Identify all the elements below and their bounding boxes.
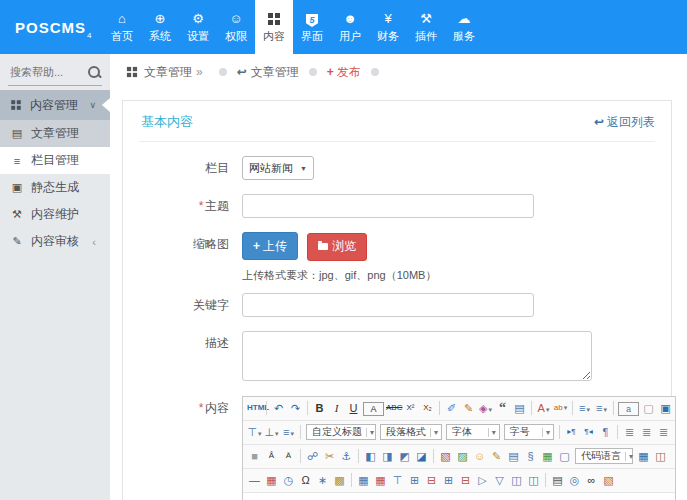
emoticon-icon[interactable]: ☺	[472, 448, 487, 464]
paste-plain-icon[interactable]: ▧	[601, 472, 616, 488]
hr-icon[interactable]: —	[247, 472, 262, 488]
edit-block-icon[interactable]: ▢	[557, 448, 572, 464]
paste-table-icon[interactable]: ▤	[512, 400, 527, 416]
blockquote-icon[interactable]: “	[495, 400, 510, 416]
align-center-icon[interactable]: ≣	[639, 424, 654, 440]
dir-ltr-icon[interactable]: ▸¶	[564, 424, 579, 440]
editor-content-area[interactable]	[243, 493, 675, 500]
merge-right-icon[interactable]: ▷	[475, 472, 490, 488]
image-center-icon[interactable]: ◨	[380, 448, 395, 464]
para-spacing-bottom-icon[interactable]: ⊥	[264, 424, 279, 440]
image-left-icon[interactable]: ◧	[363, 448, 378, 464]
app-logo[interactable]: POSCMS4	[0, 0, 103, 54]
nav-item-home[interactable]: ⌂ 首页	[103, 0, 141, 54]
back-to-list-link[interactable]: ↩返回列表	[594, 114, 655, 131]
format-brush-icon[interactable]: ✎	[461, 400, 476, 416]
subject-input[interactable]	[242, 194, 534, 218]
delete-table-icon[interactable]: ▦	[373, 472, 388, 488]
breadcrumb-section[interactable]: 文章管理	[144, 64, 192, 81]
letter-lower-icon[interactable]: Ä	[281, 448, 296, 464]
image-right-icon[interactable]: ◩	[397, 448, 412, 464]
sidebar-item-content-maintenance[interactable]: ⚒ 内容维护	[0, 201, 110, 228]
description-textarea[interactable]	[242, 331, 592, 381]
breadcrumb-publish[interactable]: +发布	[327, 64, 361, 81]
keywords-input[interactable]	[242, 293, 534, 317]
insert-image-icon[interactable]: ▧	[438, 448, 453, 464]
merge-cells-icon[interactable]: ◫	[509, 472, 524, 488]
merge-down-icon[interactable]: ▽	[492, 472, 507, 488]
paragraph-icon[interactable]: ¶	[598, 424, 613, 440]
nav-item-interface[interactable]: 5 界面	[293, 0, 331, 54]
nav-item-permission[interactable]: ☺ 权限	[217, 0, 255, 54]
search-input[interactable]	[8, 65, 88, 79]
sidebar-item-category-mgmt[interactable]: ≡ 栏目管理	[0, 147, 110, 174]
nav-item-system[interactable]: ⊕ 系统	[141, 0, 179, 54]
split-cells-icon[interactable]: ◫	[526, 472, 541, 488]
letter-upper-icon[interactable]: Å	[264, 448, 279, 464]
formula-icon[interactable]: ∗	[315, 472, 330, 488]
scrawl-icon[interactable]: ✎	[489, 448, 504, 464]
redo-icon[interactable]: ↷	[288, 400, 303, 416]
ordered-list-icon[interactable]: ≡	[577, 400, 592, 416]
chart-image-icon[interactable]: ▦	[540, 448, 555, 464]
clear-code-icon[interactable]: ◫	[653, 448, 668, 464]
undo-icon[interactable]: ↶	[271, 400, 286, 416]
sidebar-item-article-mgmt[interactable]: ▤ 文章管理	[0, 120, 110, 147]
bold-icon[interactable]: B	[312, 400, 327, 416]
nav-item-services[interactable]: ☁ 服务	[445, 0, 483, 54]
new-page-icon[interactable]: ▢	[641, 400, 656, 416]
subscript-icon[interactable]: X₂	[420, 400, 435, 416]
paragraph-format-select[interactable]: 段落格式	[380, 424, 442, 440]
nav-item-plugins[interactable]: ⚒ 插件	[407, 0, 445, 54]
anchor-icon[interactable]: ⚓	[339, 448, 354, 464]
custom-title-select[interactable]: 自定义标题	[306, 424, 376, 440]
delete-row-icon[interactable]: ⊟	[424, 472, 439, 488]
align-right-icon[interactable]: ≣	[656, 424, 671, 440]
print-icon[interactable]: ▤	[550, 472, 565, 488]
eraser-icon[interactable]: ✐	[444, 400, 459, 416]
category-select[interactable]: 网站新闻	[242, 156, 314, 180]
attachment-icon[interactable]: §	[523, 448, 538, 464]
search-replace-icon[interactable]: ∞	[584, 472, 599, 488]
time-icon[interactable]: ◷	[281, 472, 296, 488]
line-height-icon[interactable]: ≡	[281, 424, 296, 440]
font-border-icon[interactable]: A	[363, 402, 384, 416]
italic-icon[interactable]: I	[329, 400, 344, 416]
preview-icon[interactable]: ◎	[567, 472, 582, 488]
insert-col-icon[interactable]: ⊞	[441, 472, 456, 488]
nav-item-finance[interactable]: ¥ 财务	[369, 0, 407, 54]
browse-button[interactable]: 浏览	[307, 233, 367, 261]
video-icon[interactable]: ▤	[506, 448, 521, 464]
sidebar-header-content-mgmt[interactable]: 内容管理 ∨	[0, 90, 110, 120]
nav-item-settings[interactable]: ⚙ 设置	[179, 0, 217, 54]
date-icon[interactable]: ▦	[264, 472, 279, 488]
code-block-icon[interactable]: ▦	[636, 448, 651, 464]
image-block-icon[interactable]: ◪	[414, 448, 429, 464]
sidebar-item-content-review[interactable]: ✎ 内容审核 ‹	[0, 228, 110, 255]
nav-item-users[interactable]: ☻ 用户	[331, 0, 369, 54]
strikethrough-icon[interactable]: ABC	[386, 400, 401, 416]
para-spacing-top-icon[interactable]: ⊤	[247, 424, 262, 440]
code-language-select[interactable]: 代码语言	[575, 448, 633, 464]
block-icon[interactable]: ■	[247, 448, 262, 464]
special-char-icon[interactable]: Ω	[298, 472, 313, 488]
palette-icon[interactable]: ◈	[478, 400, 493, 416]
unordered-list-icon[interactable]: ≡	[594, 400, 609, 416]
font-color-icon[interactable]: A	[536, 400, 551, 416]
unlink-icon[interactable]: ✂	[322, 448, 337, 464]
superscript-icon[interactable]: X²	[403, 400, 418, 416]
nav-item-content[interactable]: 内容	[255, 0, 293, 54]
search-icon[interactable]	[88, 66, 100, 78]
map-icon[interactable]: ▩	[332, 472, 347, 488]
upload-button[interactable]: +上传	[242, 232, 298, 260]
chevron-down-icon[interactable]: »	[196, 65, 203, 79]
underline-icon[interactable]: U	[346, 400, 361, 416]
font-size-select[interactable]: 字号	[504, 424, 554, 440]
delete-col-icon[interactable]: ⊟	[458, 472, 473, 488]
source-html-icon[interactable]: HTML	[247, 400, 262, 416]
table-title-icon[interactable]: ⊤	[390, 472, 405, 488]
align-left-icon[interactable]: ≣	[622, 424, 637, 440]
font-family-select[interactable]: 字体	[446, 424, 500, 440]
breadcrumb-back[interactable]: 文章管理	[251, 64, 299, 81]
highlight-color-icon[interactable]: ab	[553, 400, 568, 416]
